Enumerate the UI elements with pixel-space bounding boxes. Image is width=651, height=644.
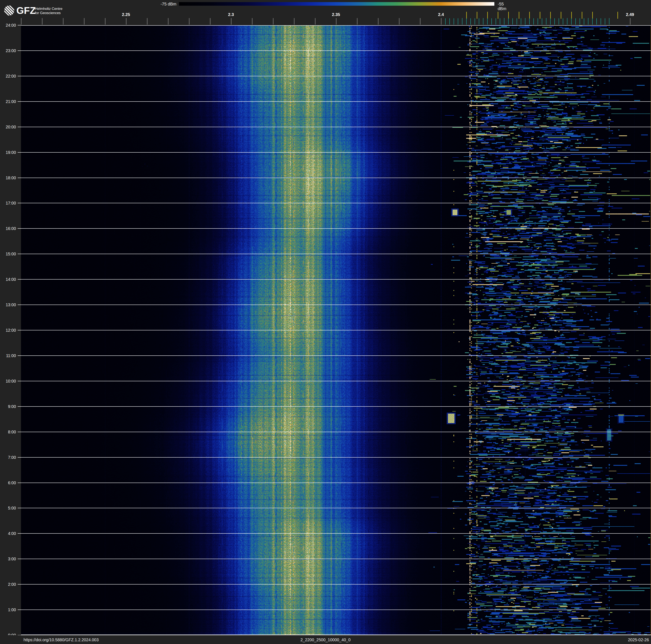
time-label: 23:00 [0,48,16,53]
freq-major-tick [630,18,630,25]
freq-major-tick [147,18,148,25]
header: GFZ Helmholtz Centre for Geosciences -75… [0,0,651,25]
time-label: 3:00 [0,556,16,561]
wifi-channel-tick [466,12,467,19]
gfz-logo: GFZ Helmholtz Centre for Geosciences [3,3,72,21]
logo-acronym: GFZ [17,5,36,16]
hour-tick [18,152,21,153]
time-label: 20:00 [0,124,16,129]
logo-subtitle-2: for Geosciences [35,11,61,15]
time-label: 21:00 [0,99,16,104]
freq-label: 2.3 [222,12,241,17]
ble-channel-tick [537,18,538,25]
freq-major-tick [168,18,168,25]
wifi-channel-tick [498,12,498,19]
hour-tick [18,178,21,178]
hour-tick [18,127,21,127]
ble-channel-tick [479,18,479,25]
dataset-id: 2_2200_2500_10000_40_0 [0,637,651,642]
freq-major-tick [399,18,399,25]
time-label: 19:00 [0,150,16,155]
ble-channel-tick [454,18,454,25]
freq-major-tick [378,18,378,25]
ble-channel-tick [529,18,530,25]
freq-major-tick [273,18,273,25]
colorbar-gradient [179,2,494,6]
ble-channel-tick [571,18,571,25]
freq-major-tick [252,18,252,25]
hour-tick [18,559,21,559]
wifi-channel-tick [550,12,551,19]
freq-major-tick [63,18,63,25]
time-label: 18:00 [0,175,16,180]
wifi-channel-tick [477,12,477,19]
hour-tick [18,533,21,534]
ble-channel-tick [550,18,551,25]
ble-channel-tick [462,18,462,25]
ble-channel-tick [592,18,593,25]
gfz-globe-icon [3,3,18,19]
freq-major-tick [420,18,421,25]
freq-label: 2.35 [327,12,345,17]
time-label: 11:00 [0,353,16,358]
hour-tick [18,381,21,381]
time-label: 22:00 [0,74,16,79]
hour-tick [18,355,21,356]
colorbar-min-label: -75 dBm [145,2,177,6]
hour-tick [18,432,21,432]
wifi-channel-tick [540,12,540,19]
ble-channel-tick [559,18,559,25]
ble-channel-tick [584,18,584,25]
time-label: 13:00 [0,302,16,307]
wifi-channel-tick [561,12,561,19]
time-label: 8:00 [0,430,16,435]
time-label: 16:00 [0,226,16,231]
ble-channel-tick [576,18,576,25]
ble-channel-tick [600,18,601,25]
time-label: 15:00 [0,252,16,257]
hour-tick [18,76,21,76]
freq-major-tick [84,18,85,25]
ble-channel-tick [504,18,504,25]
hour-tick [18,406,21,407]
freq-major-tick [231,18,231,25]
freq-major-tick [126,18,126,25]
colorbar-max-label: -55 dBm [498,2,506,11]
ble-channel-tick [517,18,517,25]
time-label: 5:00 [0,505,16,510]
ble-channel-tick [563,18,563,25]
hour-tick [18,25,21,25]
freq-major-tick [210,18,210,25]
ble-channel-tick [525,18,525,25]
freq-major-tick [441,18,441,25]
freq-major-tick [189,18,189,25]
freq-major-tick [42,18,42,25]
ble-channel-tick [533,18,534,25]
freq-label: 2.4 [432,12,451,17]
ble-channel-tick [588,18,588,25]
hour-tick [18,279,21,280]
ble-channel-tick [491,18,492,25]
wifi-channel-tick [519,12,519,19]
ble-channel-tick [609,18,610,25]
hour-tick [18,330,21,330]
freq-major-tick [357,18,358,25]
ble-channel-tick [546,18,547,25]
spectrogram-canvas[interactable] [21,25,651,635]
hour-tick [18,610,21,610]
hour-tick [18,457,21,458]
ble-channel-tick [521,18,521,25]
wifi-channel-tick [487,12,488,19]
ble-channel-tick [445,18,445,25]
wifi-channel-tick [571,12,572,19]
ble-channel-tick [605,18,605,25]
hour-tick [18,304,21,305]
freq-major-tick [315,18,315,25]
logo-subtitle-1: Helmholtz Centre [35,7,62,11]
ble-channel-tick [483,18,484,25]
hour-tick [18,482,21,483]
time-label: 12:00 [0,328,16,333]
wifi-channel-tick [582,12,582,19]
ble-channel-tick [508,18,508,25]
ble-channel-tick [466,18,467,25]
